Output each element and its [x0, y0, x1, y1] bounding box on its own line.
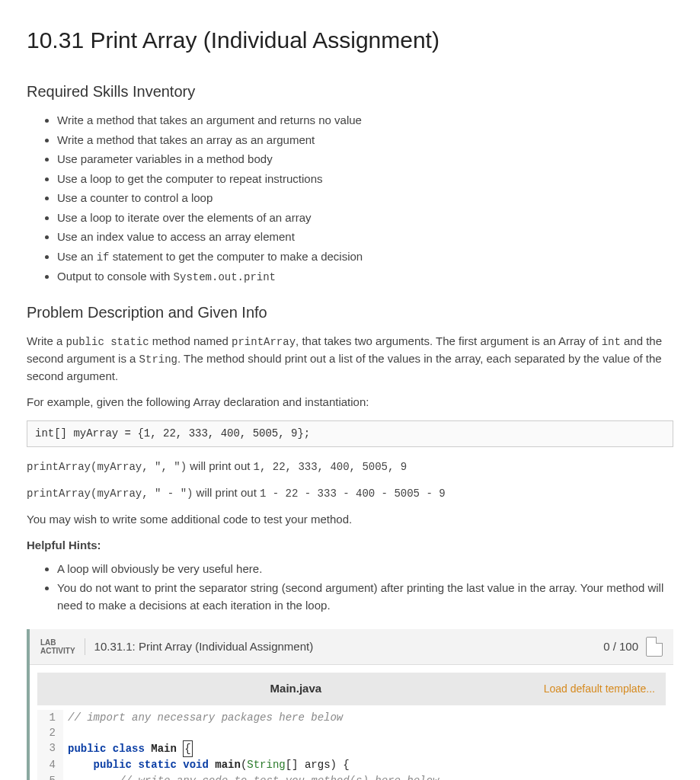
line-number: 1	[37, 710, 63, 725]
code-content[interactable]	[63, 725, 666, 740]
code-int: int	[602, 336, 621, 348]
hints-item: You do not want to print the separator s…	[57, 580, 673, 614]
skills-item: Use an index value to access an array el…	[57, 229, 673, 246]
example-1: printArray(myArray, ", ") will print out…	[27, 458, 673, 475]
lab-header: LAB ACTIVITY 10.31.1: Print Array (Indiv…	[30, 629, 673, 665]
code-content[interactable]: // import any necessary packages here be…	[63, 710, 666, 725]
problem-heading: Problem Description and Given Info	[27, 301, 673, 324]
lab-score: 0 / 100	[603, 638, 638, 656]
ex2-call: printArray(myArray, " - ")	[27, 488, 193, 500]
code-line[interactable]: 1// import any necessary packages here b…	[37, 710, 666, 725]
code-line[interactable]: 3public class Main {	[37, 740, 666, 757]
inline-code: if	[97, 251, 110, 264]
hints-heading: Helpful Hints:	[27, 537, 673, 555]
line-number: 4	[37, 757, 63, 772]
skills-item: Use a loop to iterate over the elements …	[57, 209, 673, 227]
skills-item: Use an if statement to get the computer …	[57, 248, 673, 266]
skills-item: Output to console with System.out.print	[57, 268, 673, 286]
problem-description-1: Write a public static method named print…	[27, 333, 673, 385]
code-printarray: printArray	[232, 336, 296, 348]
line-number: 3	[37, 740, 63, 757]
lab-activity-panel: LAB ACTIVITY 10.31.1: Print Array (Indiv…	[27, 629, 673, 780]
editor-tab-bar: Main.java Load default template...	[37, 673, 666, 705]
code-content[interactable]: public class Main {	[63, 740, 666, 757]
problem-description-3: You may wish to write some additional co…	[27, 511, 673, 529]
hints-item: A loop will obviously be very useful her…	[57, 561, 673, 578]
problem-description-2: For example, given the following Array d…	[27, 394, 673, 411]
hints-list: A loop will obviously be very useful her…	[27, 561, 673, 615]
code-string: String	[139, 353, 177, 366]
skills-item: Use a loop to get the computer to repeat…	[57, 171, 673, 188]
dogear-icon[interactable]	[646, 637, 663, 657]
code-content[interactable]: // write any code to test you method(s) …	[63, 773, 666, 780]
code-line[interactable]: 5 // write any code to test you method(s…	[37, 773, 666, 780]
code-content[interactable]: public static void main(String[] args) {	[63, 757, 666, 772]
skills-item: Write a method that takes an array as an…	[57, 132, 673, 149]
inline-code: System.out.print	[174, 271, 276, 283]
skills-list: Write a method that takes an argument an…	[27, 112, 673, 286]
ex1-call: printArray(myArray, ", ")	[27, 461, 187, 473]
ex1-output: 1, 22, 333, 400, 5005, 9	[254, 461, 408, 473]
skills-item: Use parameter variables in a method body	[57, 151, 673, 168]
code-line[interactable]: 4 public static void main(String[] args)…	[37, 757, 666, 772]
line-number: 5	[37, 773, 63, 780]
example-2: printArray(myArray, " - ") will print ou…	[27, 484, 673, 502]
editor-filename: Main.java	[48, 680, 544, 698]
array-declaration-code: int[] myArray = {1, 22, 333, 400, 5005, …	[27, 420, 673, 447]
skills-heading: Required Skills Inventory	[27, 80, 673, 103]
load-default-template-link[interactable]: Load default template...	[544, 681, 655, 697]
code-line[interactable]: 2	[37, 725, 666, 740]
ex2-output: 1 - 22 - 333 - 400 - 5005 - 9	[260, 488, 446, 500]
code-public-static: public static	[66, 336, 149, 348]
editor-area: Main.java Load default template... 1// i…	[30, 665, 673, 780]
lab-title: 10.31.1: Print Array (Individual Assignm…	[94, 638, 604, 656]
lab-activity-label: LAB ACTIVITY	[40, 638, 85, 655]
line-number: 2	[37, 725, 63, 740]
page-title: 10.31 Print Array (Individual Assignment…	[27, 23, 673, 57]
skills-item: Write a method that takes an argument an…	[57, 112, 673, 129]
skills-item: Use a counter to control a loop	[57, 190, 673, 207]
code-editor[interactable]: 1// import any necessary packages here b…	[37, 705, 666, 781]
